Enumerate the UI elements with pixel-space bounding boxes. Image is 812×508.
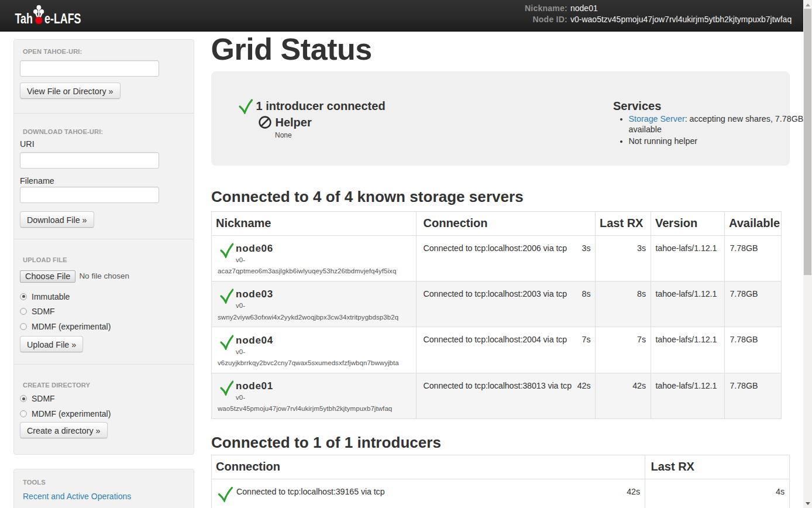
svg-text:e-LAFS: e-LAFS [44, 11, 81, 26]
svg-text:Tah: Tah [15, 11, 33, 26]
